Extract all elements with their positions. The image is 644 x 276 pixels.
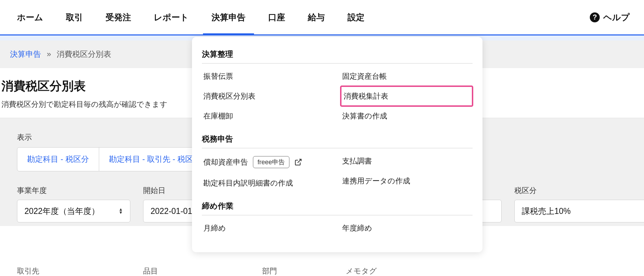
help-link[interactable]: ? ヘルプ xyxy=(590,12,630,23)
main-nav: ホーム 取引 受発注 レポート 決算申告 口座 給与 設定 ? ヘルプ xyxy=(0,0,644,35)
tax-category-label: 税区分 xyxy=(514,186,644,195)
help-icon: ? xyxy=(590,12,600,22)
menu-fixed-assets[interactable]: 固定資産台帳 xyxy=(341,66,473,86)
tab-account-tax[interactable]: 勘定科目 - 税区分 xyxy=(17,147,99,171)
menu-heading-tax-filing: 税務申告 xyxy=(202,130,473,148)
nav-settings[interactable]: 設定 xyxy=(345,0,367,34)
fiscal-year-value: 2022年度（当年度） xyxy=(24,206,100,217)
menu-inventory[interactable]: 在庫棚卸 xyxy=(202,106,334,126)
fiscal-year-select[interactable]: 2022年度（当年度） ▲▼ xyxy=(17,200,130,222)
nav-closing[interactable]: 決算申告 xyxy=(209,0,248,34)
menu-monthly-close[interactable]: 月締め xyxy=(202,218,334,238)
menu-tax-category-table[interactable]: 消費税区分別表 xyxy=(202,86,334,106)
menu-account-breakdown[interactable]: 勘定科目内訳明細書の作成 xyxy=(202,173,334,193)
tax-category-value: 課税売上10% xyxy=(522,206,571,217)
partner-label: 取引先 xyxy=(17,266,130,276)
tax-category-input[interactable]: 課税売上10% xyxy=(514,200,644,222)
menu-tax-summary[interactable]: 消費税集計表 xyxy=(341,86,473,106)
menu-payment-report[interactable]: 支払調書 xyxy=(341,151,473,171)
start-date-value: 2022-01-01 xyxy=(151,206,192,216)
item-label: 品目 xyxy=(143,266,249,276)
bottom-labels: 取引先 品目 部門 メモタグ xyxy=(17,266,377,276)
memotag-label: メモタグ xyxy=(346,266,377,276)
menu-heading-adjustments: 決算整理 xyxy=(202,45,473,64)
menu-integration-data[interactable]: 連携用データの作成 xyxy=(341,171,473,191)
dept-label: 部門 xyxy=(262,266,333,276)
select-arrows-icon: ▲▼ xyxy=(119,208,123,214)
nav-reports[interactable]: レポート xyxy=(151,0,192,34)
freee-badge: freee申告 xyxy=(253,156,289,168)
menu-transfer-slip[interactable]: 振替伝票 xyxy=(202,66,334,86)
closing-dropdown: 決算整理 振替伝票 消費税区分別表 在庫棚卸 固定資産台帳 消費税集計表 決算書… xyxy=(192,37,482,252)
menu-depreciation-filing[interactable]: 償却資産申告 freee申告 xyxy=(202,151,334,173)
fiscal-year-label: 事業年度 xyxy=(17,186,130,195)
menu-heading-closing-work: 締め作業 xyxy=(202,197,473,215)
menu-yearly-close[interactable]: 年度締め xyxy=(341,218,473,238)
external-link-icon xyxy=(294,158,302,166)
breadcrumb-current: 消費税区分別表 xyxy=(57,49,111,60)
nav-orders[interactable]: 受発注 xyxy=(103,0,134,34)
nav-accounts[interactable]: 口座 xyxy=(265,0,288,34)
help-label: ヘルプ xyxy=(603,12,630,23)
breadcrumb-sep: » xyxy=(47,50,51,59)
nav-home[interactable]: ホーム xyxy=(14,0,46,34)
menu-create-closing[interactable]: 決算書の作成 xyxy=(341,106,473,126)
breadcrumb-link[interactable]: 決算申告 xyxy=(10,49,41,60)
nav-transactions[interactable]: 取引 xyxy=(63,0,86,34)
nav-payroll[interactable]: 給与 xyxy=(305,0,328,34)
